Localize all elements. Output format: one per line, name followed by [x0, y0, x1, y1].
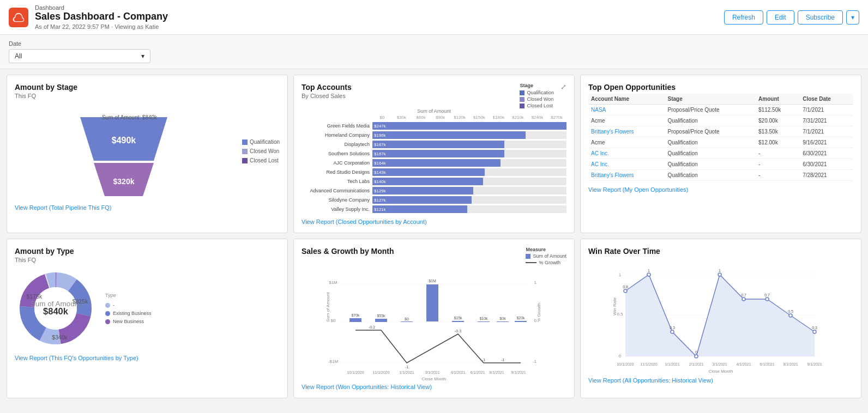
svg-text:$10k: $10k [479, 317, 488, 320]
opps-table-row: AcmeQualification$12.00k9/16/2021 [588, 137, 853, 148]
refresh-button[interactable]: Refresh [724, 10, 763, 25]
type-panel-title: Amount by Type [15, 247, 280, 256]
bar-apr2021 [426, 284, 438, 321]
opps-date-cell: 7/31/2021 [800, 116, 853, 126]
donut-area: Sum of Amount $840k $175k $325k $340k Ty… [15, 268, 280, 349]
header-left: Dashboard Sales Dashboard - Company As o… [9, 4, 168, 30]
point-9 [813, 330, 816, 333]
opps-table-row: AC Inc.Qualification-6/30/2021 [588, 159, 853, 170]
svg-text:$320k: $320k [113, 177, 135, 186]
point-3 [671, 330, 674, 333]
svg-text:8/1/2021: 8/1/2021 [489, 371, 504, 374]
opps-table-row: NASAProposal/Price Quote$112.50k7/1/2021 [588, 105, 853, 116]
accounts-bar-row: AJC Corporation$164k [302, 159, 566, 167]
accounts-bar-track: $196k [372, 131, 566, 139]
opps-stage-cell: Qualification [665, 148, 756, 159]
type-view-report-link[interactable]: View Report (This FQ's Opportunities by … [15, 355, 280, 361]
opps-date-cell: 6/30/2021 [800, 159, 853, 170]
svg-text:1: 1 [648, 269, 650, 272]
svg-text:% Growth: % Growth [537, 303, 541, 322]
col-close-date: Close Date [800, 94, 853, 105]
accounts-bar-fill: $247k [372, 122, 566, 130]
page-title: Sales Dashboard - Company [35, 11, 168, 22]
growth-chart: $1M $0 -$1M 1 0 -1 $70k $55k $0 $1M [302, 268, 566, 376]
type-new-legend: New Business [105, 319, 152, 324]
opps-amount-cell: $20.00k [756, 116, 800, 126]
opps-panel-title: Top Open Opportunities [588, 83, 853, 92]
svg-text:$340k: $340k [52, 334, 68, 341]
accounts-bar-row: Tech Labs$140k [302, 178, 566, 185]
growth-view-report-link[interactable]: View Report (Won Opportunities: Historic… [302, 384, 566, 390]
opps-date-cell: 6/30/2021 [800, 148, 853, 159]
svg-text:$1M: $1M [329, 280, 337, 285]
accounts-bar-row: Green Fields Media$247k [302, 122, 566, 130]
date-filter-value: All [15, 52, 22, 60]
accounts-bar-track: $167k [372, 150, 566, 157]
svg-text:$840k: $840k [43, 306, 69, 316]
opps-amount-cell: $12.00k [756, 137, 800, 148]
opps-stage-cell: Proposal/Price Quote [665, 105, 756, 116]
bar-jun2021 [452, 321, 464, 322]
winrate-view-report-link[interactable]: View Report (All Opportunities: Historic… [588, 377, 853, 384]
opps-account-cell[interactable]: AC Inc. [588, 148, 665, 159]
accounts-bar-track: $127k [372, 196, 566, 204]
more-options-button[interactable]: ▾ [846, 10, 859, 25]
svg-text:Close Month: Close Month [422, 376, 447, 381]
svg-text:2/1/2021: 2/1/2021 [689, 362, 703, 366]
subscribe-button[interactable]: Subscribe [798, 10, 843, 25]
opps-view-report-link[interactable]: View Report (My Open Opportunities) [588, 186, 853, 193]
svg-text:1/1/2021: 1/1/2021 [399, 371, 414, 374]
opps-account-cell[interactable]: Brittany's Flowers [588, 126, 665, 137]
header-subtitle: As of Mar 22, 2022 9:57 PM · Viewing as … [35, 23, 168, 30]
svg-text:$0: $0 [405, 317, 409, 321]
svg-text:0.3: 0.3 [812, 326, 817, 330]
svg-text:9/1/2021: 9/1/2021 [511, 371, 526, 374]
opps-table-row: Brittany's FlowersProposal/Price Quote$1… [588, 126, 853, 137]
accounts-bar-value: $121k [372, 207, 386, 212]
svg-text:$0k: $0k [499, 317, 506, 320]
svg-text:4/1/2021: 4/1/2021 [736, 362, 751, 366]
opps-account-cell[interactable]: NASA [588, 105, 665, 116]
svg-text:0.7: 0.7 [741, 293, 746, 297]
edit-button[interactable]: Edit [767, 10, 794, 25]
svg-text:$20k: $20k [516, 316, 525, 320]
opps-account-cell[interactable]: AC Inc. [588, 159, 665, 170]
app-icon [9, 8, 28, 27]
accounts-bar-name: Silodyne Company [302, 197, 372, 203]
accounts-bar-fill: $164k [372, 159, 501, 167]
header: Dashboard Sales Dashboard - Company As o… [0, 0, 868, 35]
svg-text:1: 1 [719, 269, 721, 272]
accounts-bar-name: Advanced Communications [302, 188, 372, 193]
point-6 [742, 297, 745, 301]
accounts-view-report-link[interactable]: View Report (Closed Opportunities by Acc… [302, 218, 566, 225]
stage-view-report-link[interactable]: View Report (Total Pipeline This FQ) [15, 204, 280, 211]
stage-legend-header: Stage [520, 83, 554, 88]
growth-sum-legend: Sum of Amount [526, 253, 566, 259]
accounts-bar-value: $127k [372, 198, 386, 203]
opps-account-cell: Acme [588, 137, 665, 148]
expand-icon[interactable]: ⤢ [560, 83, 566, 91]
bar-jan2021 [401, 321, 413, 322]
accounts-x-axis-label: Sum of Amount [302, 108, 566, 114]
closed-won-legend-label: Closed Won [250, 148, 279, 154]
svg-text:1: 1 [534, 280, 537, 285]
accounts-bar-value: $167k [372, 142, 386, 147]
point-4 [695, 355, 698, 358]
date-filter-select[interactable]: All ▾ [9, 49, 150, 63]
stage-legend: Qualification [242, 139, 280, 145]
panel-amount-by-type: Amount by Type This FQ Sum of Amount $84… [7, 239, 288, 398]
filter-bar: Date All ▾ [0, 35, 868, 69]
accounts-bar-row: Red Studio Designs$143k [302, 168, 566, 176]
svg-text:0.7: 0.7 [764, 293, 770, 297]
accounts-bar-value: $129k [372, 189, 386, 193]
winrate-chart: 1 0.5 0 0.8 1 0.3 [588, 261, 853, 370]
svg-text:6/1/2021: 6/1/2021 [470, 371, 485, 374]
accounts-bar-value: $167k [372, 151, 386, 156]
accounts-won-legend: Closed Won [520, 96, 554, 102]
opps-account-cell[interactable]: Brittany's Flowers [588, 170, 665, 181]
opps-stage-cell: Qualification [665, 159, 756, 170]
accounts-bar-fill: $196k [372, 131, 526, 139]
svg-text:$1M: $1M [429, 279, 436, 283]
bar-nov2020 [375, 319, 387, 322]
growth-line [355, 330, 521, 363]
